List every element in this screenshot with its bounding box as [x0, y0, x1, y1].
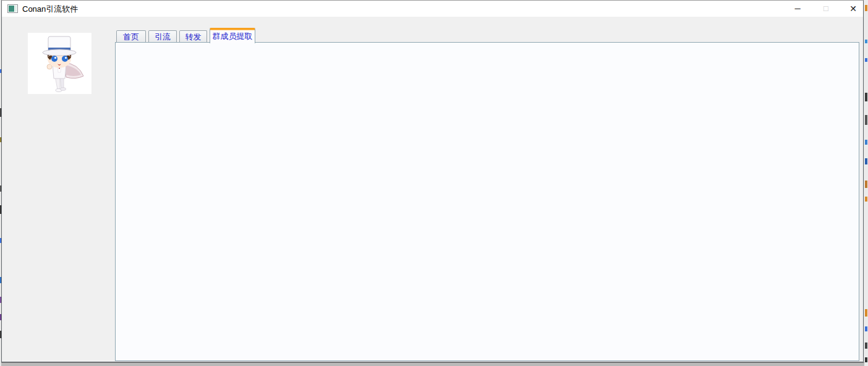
tab-group-member-extract[interactable]: 群成员提取 — [210, 28, 255, 43]
app-root: Conan引流软件 ─ □ ✕ — [0, 0, 868, 366]
avatar — [28, 33, 91, 94]
close-button[interactable]: ✕ — [841, 1, 865, 17]
tab-home[interactable]: 首页 — [116, 30, 146, 43]
main-window: Conan引流软件 ─ □ ✕ — [1, 0, 864, 362]
app-icon — [7, 4, 18, 13]
minimize-button[interactable]: ─ — [786, 1, 809, 17]
window-bottom-border — [0, 362, 868, 366]
desktop-edge-left — [0, 0, 1, 366]
window-title: Conan引流软件 — [22, 4, 78, 15]
tab-traffic[interactable]: 引流 — [148, 30, 177, 43]
titlebar[interactable]: Conan引流软件 ─ □ ✕ — [2, 1, 863, 17]
tab-page-panel — [115, 42, 859, 361]
maximize-button[interactable]: □ — [814, 1, 838, 17]
desktop-edge-right — [864, 0, 868, 366]
kaito-kid-illustration — [28, 33, 91, 94]
tab-forward[interactable]: 转发 — [179, 30, 207, 43]
